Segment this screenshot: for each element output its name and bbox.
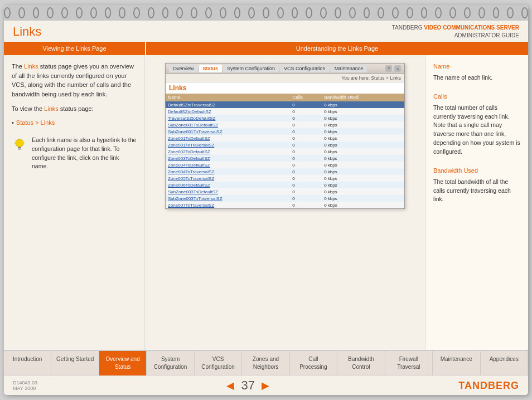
cell-link-name[interactable]: SubZone001ToTraversalSZ	[166, 128, 290, 135]
cell-link-name[interactable]: Zone004ToTraversalSZ	[166, 168, 290, 175]
brand-info: TANDBERG VIDEO COMMUNICATIONS SERVER ADM…	[392, 24, 519, 40]
table-row[interactable]: Zone006ToDefaultSZ00 kbps	[166, 182, 404, 188]
section-header-left: Viewing the Links Page	[4, 42, 145, 55]
table-row[interactable]: DefaultSZtoDefaultSZ00 kbps	[166, 108, 404, 115]
page-number: 37	[241, 378, 254, 393]
prev-arrow[interactable]: ◀	[226, 379, 234, 392]
table-row[interactable]: Zone007ToTraversalSZ00 kbps	[166, 202, 404, 208]
spiral-loop	[162, 7, 169, 18]
spiral-loop	[464, 7, 471, 18]
spiral-loop	[18, 7, 25, 18]
cell-link-name[interactable]: SubZone001ToDefaultSZ	[166, 121, 290, 128]
table-row[interactable]: Zone004ToDefaultSZ00 kbps	[166, 162, 404, 168]
cell-calls: 0	[290, 175, 322, 182]
bottom-tab-introduction[interactable]: Introduction	[4, 351, 51, 375]
footer-brand: TANDBERG	[458, 380, 519, 392]
spiral-loop	[148, 7, 154, 18]
cell-calls: 0	[290, 115, 322, 121]
cell-link-name[interactable]: DefaultSZtoTraversalSZ	[166, 101, 290, 108]
table-row[interactable]: Zone005ToTraversalSZ00 kbps	[166, 175, 404, 182]
svg-rect-2	[18, 149, 21, 150]
links-link-text[interactable]: Links	[24, 63, 38, 70]
cell-link-name[interactable]: Zone001ToTraversalSZ	[166, 142, 290, 148]
cell-link-name[interactable]: Zone004ToDefaultSZ	[166, 162, 290, 168]
cell-bandwidth: 0 kbps	[322, 155, 404, 162]
cell-calls: 0	[290, 128, 322, 135]
screenshot-controls: ? ×	[385, 65, 401, 72]
spiral-loop	[435, 7, 442, 18]
cell-link-name[interactable]: TraversalSZtoDefaultSZ	[166, 115, 290, 121]
table-row[interactable]: Zone001ToDefaultSZ00 kbps	[166, 135, 404, 142]
spiral-loop	[4, 7, 11, 18]
footer-doc: D14049.03 MAY 2008	[13, 380, 37, 391]
spiral-loop	[234, 7, 241, 18]
section-headers: Viewing the Links Page Understanding the…	[4, 42, 528, 55]
table-row[interactable]: DefaultSZtoTraversalSZ00 kbps	[166, 101, 404, 108]
bottom-tab-call-processing[interactable]: CallProcessing	[290, 351, 337, 375]
table-row[interactable]: Zone004ToTraversalSZ00 kbps	[166, 168, 404, 175]
cell-bandwidth: 0 kbps	[322, 148, 404, 155]
tab-status[interactable]: Status	[199, 65, 223, 72]
svg-line-5	[23, 140, 24, 142]
cell-link-name[interactable]: SubZone003ToDefaultSZ	[166, 188, 290, 195]
bottom-tab-system-configuration[interactable]: SystemConfiguration	[147, 351, 194, 375]
annotation-name: Name The name of each link.	[433, 62, 520, 82]
nav-path[interactable]: Status > Links	[16, 118, 55, 128]
col-bw: Bandwidth Used	[322, 94, 404, 101]
table-row[interactable]: Zone003ToDefaultSZ00 kbps	[166, 155, 404, 162]
minimize-button[interactable]: ?	[385, 65, 392, 72]
cell-bandwidth: 0 kbps	[322, 108, 404, 115]
screenshot-tabs: Overview Status System Configuration VCS…	[169, 65, 382, 72]
annotation-bandwidth: Bandwidth Used The total bandwidth of al…	[433, 166, 520, 204]
bottom-tab-getting-started[interactable]: Getting Started	[51, 351, 99, 375]
table-row[interactable]: Zone001ToTraversalSZ00 kbps	[166, 142, 404, 148]
table-row[interactable]: SubZone003ToTraversalSZ00 kbps	[166, 195, 404, 202]
links-link-text2[interactable]: Links	[44, 105, 59, 112]
table-row[interactable]: SubZone001ToDefaultSZ00 kbps	[166, 121, 404, 128]
screenshot-page-title: Links	[166, 82, 404, 94]
tab-maintenance[interactable]: Maintenance	[331, 65, 367, 72]
bottom-tab-firewall-traversal[interactable]: FirewallTraversal	[385, 351, 433, 375]
annotation-bw-text: The total bandwidth of all the calls cur…	[433, 178, 520, 204]
main-content: The Links status page gives you an overv…	[4, 55, 528, 350]
cell-link-name[interactable]: Zone007ToTraversalSZ	[166, 202, 290, 208]
bottom-tab-maintenance[interactable]: Maintenance	[433, 351, 480, 375]
annotation-bw-title: Bandwidth Used	[433, 166, 520, 175]
bottom-tab-appendices[interactable]: Appendices	[481, 351, 528, 375]
table-row[interactable]: TraversalSZtoDefaultSZ00 kbps	[166, 115, 404, 121]
cell-link-name[interactable]: SubZone003ToTraversalSZ	[166, 195, 290, 202]
bottom-tabs: IntroductionGetting StartedOverview andS…	[4, 350, 528, 375]
tab-vcs-config[interactable]: VCS Configuration	[280, 65, 330, 72]
svg-point-0	[16, 139, 23, 147]
spiral-loop	[248, 7, 255, 18]
spiral-loop	[191, 7, 197, 18]
table-row[interactable]: SubZone003ToDefaultSZ00 kbps	[166, 188, 404, 195]
bottom-tab-zones-and-neighbors[interactable]: Zones andNeighbors	[242, 351, 289, 375]
tab-overview[interactable]: Overview	[169, 65, 198, 72]
table-row[interactable]: SubZone001ToTraversalSZ00 kbps	[166, 128, 404, 135]
cell-link-name[interactable]: Zone006ToDefaultSZ	[166, 182, 290, 188]
bottom-tab-bandwidth-control[interactable]: BandwidthControl	[337, 351, 385, 375]
cell-link-name[interactable]: Zone005ToTraversalSZ	[166, 175, 290, 182]
next-arrow[interactable]: ▶	[262, 379, 269, 392]
doc-id: D14049.03	[13, 380, 37, 386]
cell-calls: 0	[290, 202, 322, 208]
guide-label: ADMINISTRATOR GUIDE	[392, 32, 519, 40]
tab-system-config[interactable]: System Configuration	[223, 65, 279, 72]
cell-calls: 0	[290, 182, 322, 188]
cell-link-name[interactable]: Zone002ToDefaultSZ	[166, 148, 290, 155]
close-button[interactable]: ×	[394, 65, 401, 72]
cell-link-name[interactable]: Zone001ToDefaultSZ	[166, 135, 290, 142]
screenshot: Overview Status System Configuration VCS…	[165, 63, 405, 209]
cell-link-name[interactable]: DefaultSZtoDefaultSZ	[166, 108, 290, 115]
bottom-tab-overview-and-status[interactable]: Overview andStatus	[99, 351, 147, 375]
table-row[interactable]: Zone002ToDefaultSZ00 kbps	[166, 148, 404, 155]
spiral-loop	[133, 7, 140, 18]
brand-prefix: TANDBERG	[392, 25, 424, 31]
nav-path-item: • Status > Links	[12, 118, 137, 128]
bottom-tab-vcs-configuration[interactable]: VCSConfiguration	[195, 351, 242, 375]
cell-bandwidth: 0 kbps	[322, 115, 404, 121]
spiral-loop	[478, 7, 485, 18]
spiral-loop	[220, 7, 226, 18]
cell-link-name[interactable]: Zone003ToDefaultSZ	[166, 155, 290, 162]
